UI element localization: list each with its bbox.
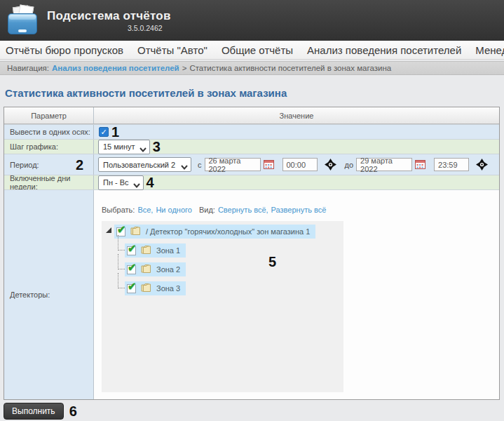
- menu-item-auto-reports[interactable]: Отчёты "Авто": [137, 44, 207, 56]
- expand-all-link[interactable]: Развернуть всё: [271, 206, 327, 214]
- time-picker-target-icon[interactable]: [325, 159, 336, 171]
- breadcrumb-link-visitor-behavior[interactable]: Анализ поведения посетителей: [52, 64, 179, 72]
- app-header: Подсистема отчётов 3.5.0.2462: [0, 0, 504, 41]
- app-title: Подсистема отчётов: [47, 9, 171, 23]
- select-none-link[interactable]: Ни одного: [156, 206, 192, 214]
- menu-item-visitor-behavior-analysis[interactable]: Анализ поведения посетителей: [307, 44, 461, 56]
- tree-node-label[interactable]: Зона 3: [156, 284, 180, 293]
- detectors-label: Детекторы:: [4, 190, 94, 399]
- tree-root-label[interactable]: / Детектор "горячих/холодных" зон магази…: [146, 227, 310, 236]
- period-type-select[interactable]: Пользовательский 2: [98, 157, 191, 172]
- period-from-time-input[interactable]: 00:00: [282, 158, 318, 171]
- tree-node-checkbox[interactable]: ✔: [127, 265, 136, 274]
- period-from-label: с: [198, 161, 202, 169]
- breadcrumb-prefix: Навигация:: [7, 64, 49, 72]
- row-graph-step: Шаг графика: 15 минут 3: [4, 139, 499, 154]
- tree-toolbar: Выбрать: Все, Ни одного Вид: Свернуть вс…: [102, 206, 326, 214]
- green-check-icon: ✔: [117, 223, 126, 236]
- row-weekdays: Включенные дни недели: Пн - Вс 4: [4, 175, 499, 189]
- green-check-icon: ✔: [128, 280, 137, 293]
- period-from-date-input[interactable]: 26 марта 2022: [205, 158, 261, 171]
- app-version: 3.5.0.2462: [128, 24, 171, 32]
- breadcrumb-current: Статистика активности посетителей в зона…: [189, 64, 391, 72]
- same-axes-checkbox[interactable]: ✓: [99, 127, 109, 137]
- reports-tray-icon: [6, 6, 39, 36]
- row-period: Период: 2 Пользовательский 2 с 26 марта …: [4, 154, 499, 175]
- annotation-5: 5: [268, 255, 276, 269]
- weekdays-label: Включенные дни недели:: [4, 175, 94, 189]
- period-label: Период:: [10, 161, 39, 169]
- row-detectors: Детекторы: Выбрать: Все, Ни одного Вид: …: [4, 189, 499, 399]
- tree-root-node[interactable]: ✔ / Детектор "горячих/холодных" зон мага…: [106, 225, 343, 239]
- app-title-block: Подсистема отчётов 3.5.0.2462: [47, 9, 171, 32]
- breadcrumb: Навигация: Анализ поведения посетителей …: [0, 61, 504, 75]
- tree-node-zone-2[interactable]: ✔ Зона 2: [125, 262, 343, 276]
- select-all-link[interactable]: Все,: [137, 206, 153, 214]
- green-check-icon: ✔: [128, 261, 137, 274]
- tree-node-label[interactable]: Зона 1: [156, 246, 180, 255]
- tree-node-checkbox[interactable]: ✔: [127, 246, 136, 255]
- period-to-date-input[interactable]: 29 марта 2022: [356, 158, 412, 171]
- tree-node-zone-3[interactable]: ✔ Зона 3: [125, 281, 343, 295]
- view-label: Вид:: [199, 206, 215, 214]
- weekdays-select[interactable]: Пн - Вс: [98, 175, 144, 190]
- menu-item-general-reports[interactable]: Общие отчёты: [222, 44, 293, 56]
- table-header-row: Параметр Значение: [4, 107, 499, 124]
- annotation-1: 1: [111, 125, 119, 139]
- calendar-icon[interactable]: [415, 160, 425, 169]
- tree-node-zone-1[interactable]: ✔ Зона 1: [125, 243, 343, 258]
- period-to-label: до: [345, 161, 354, 169]
- folder-icon: [140, 245, 152, 256]
- report-subsystem-page: Подсистема отчётов 3.5.0.2462 Отчёты бюр…: [0, 0, 504, 421]
- execute-button[interactable]: Выполнить: [4, 403, 64, 420]
- menu-item-incident-manager[interactable]: Менеджер инцид: [475, 44, 504, 56]
- tree-children: ✔ Зона 1: [125, 243, 343, 295]
- folder-icon: [130, 226, 142, 237]
- folder-icon: [140, 283, 152, 294]
- time-picker-target-icon[interactable]: [476, 159, 488, 171]
- select-label: Выбрать:: [102, 206, 135, 214]
- chevron-down-icon: [181, 163, 188, 171]
- tree-node-label[interactable]: Зона 2: [156, 265, 180, 274]
- same-axes-label: Вывести в одних осях:: [4, 125, 94, 139]
- main-menu: Отчёты бюро пропусков Отчёты "Авто" Общи…: [0, 41, 504, 60]
- detectors-tree-panel: ✔ / Детектор "горячих/холодных" зон мага…: [102, 221, 343, 392]
- annotation-2: 2: [76, 158, 83, 172]
- chevron-down-icon: [133, 181, 140, 189]
- annotation-3: 3: [153, 140, 161, 154]
- page-title: Статистика активности посетителей в зона…: [5, 87, 287, 99]
- header-parameter: Параметр: [4, 107, 94, 123]
- row-same-axes: Вывести в одних осях: ✓ 1: [4, 124, 499, 139]
- header-value: Значение: [94, 107, 499, 123]
- breadcrumb-separator: >: [182, 64, 187, 72]
- collapse-all-link[interactable]: Свернуть всё,: [218, 206, 268, 214]
- period-to-time-input[interactable]: 23:59: [434, 158, 469, 171]
- graph-step-select[interactable]: 15 минут: [98, 140, 150, 154]
- annotation-6: 6: [69, 404, 77, 418]
- parameters-table: Параметр Значение Вывести в одних осях: …: [4, 107, 500, 400]
- tree-node-checkbox[interactable]: ✔: [127, 284, 136, 293]
- green-check-icon: ✔: [128, 242, 137, 255]
- menu-item-pass-office-reports[interactable]: Отчёты бюро пропусков: [6, 44, 123, 56]
- folder-icon: [140, 264, 152, 275]
- annotation-4: 4: [147, 175, 154, 189]
- calendar-icon[interactable]: [264, 160, 274, 169]
- chevron-down-icon: [139, 145, 147, 154]
- tree-expand-icon[interactable]: [106, 227, 111, 233]
- graph-step-label: Шаг графика:: [4, 140, 94, 154]
